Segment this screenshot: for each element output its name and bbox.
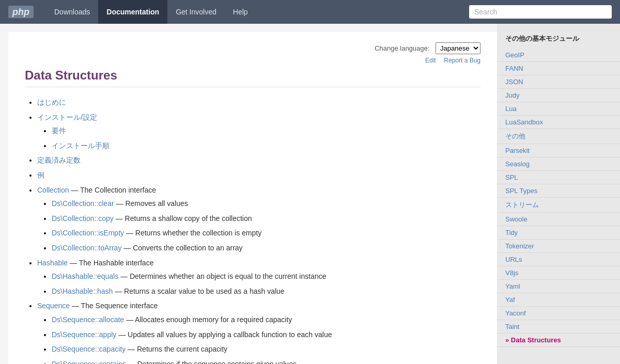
item-desc: — Returns the current capacity [126,345,227,353]
list-item: Sequence — The Sequence interface Ds\Seq… [37,299,481,364]
sub-list: Ds\Sequence::allocate — Allocates enough… [37,313,481,364]
content-area: Change language: Japanese Edit Report a … [0,24,497,364]
sidebar-item-stream[interactable]: ストリーム [497,198,620,213]
main-layout: Change language: Japanese Edit Report a … [0,24,620,364]
sidebar-item-yaml[interactable]: Yaml [497,280,620,293]
item-desc: — Returns a scalar value to be used as a… [113,287,284,295]
list-item: Ds\Collection::clear — Removes all value… [52,197,481,211]
list-item: Ds\Collection::copy — Returns a shallow … [52,212,481,226]
item-link[interactable]: Ds\Sequence::capacity [52,345,126,353]
list-item: Hashable — The Hashable interface Ds\Has… [37,256,481,298]
nav-documentation[interactable]: Documentation [98,0,167,24]
sidebar-item-geoip[interactable]: GeoIP [497,49,620,62]
sequence-link[interactable]: Sequence [37,302,70,310]
item-link[interactable]: 要件 [52,126,66,135]
collection-link[interactable]: Collection [37,186,69,194]
list-item: Ds\Sequence::apply — Updates all values … [52,328,481,342]
sequence-desc: — The Sequence interface [70,302,158,310]
sidebar-item-spl[interactable]: SPL [497,171,620,184]
list-item: はじめに [37,96,481,109]
sidebar-item-tokenizer[interactable]: Tokenizer [497,240,620,253]
list-item: インストール手順 [52,139,481,153]
search-input[interactable] [469,5,612,19]
search-box [469,5,612,19]
item-link[interactable]: Ds\Collection::isEmpty [52,229,124,237]
hashable-desc: — The Hashable interface [68,259,153,267]
item-link[interactable]: Ds\Sequence::apply [52,330,116,339]
list-item: Ds\Sequence::capacity — Returns the curr… [52,342,481,356]
logo-text: php [8,6,34,18]
list-item: Ds\Hashable::hash — Returns a scalar val… [52,284,481,298]
list-item: 定義済み定数 [37,153,481,167]
sidebar-item-judy[interactable]: Judy [497,89,620,102]
nav-get-involved[interactable]: Get Involved [167,0,225,24]
sidebar-item-seaslog[interactable]: Seaslog [497,157,620,171]
lang-select[interactable]: Japanese [436,42,481,54]
list-item: インストール/設定 要件 インストール手順 [37,110,481,153]
main-nav: Downloads Documentation Get Involved Hel… [46,0,469,24]
sidebar-item-yaconf[interactable]: Yaconf [497,307,620,320]
content-list: はじめに インストール/設定 要件 インストール手順 [25,96,481,364]
title-divider [25,87,481,87]
sub-list: Ds\Hashable::equals — Determines whether… [37,270,481,298]
content-inner: Change language: Japanese Edit Report a … [8,32,497,364]
nav-downloads[interactable]: Downloads [46,0,98,24]
sidebar-item-taint[interactable]: Taint [497,320,620,334]
sidebar-item-urls[interactable]: URLs [497,253,620,266]
item-desc: — Updates all values by applying a callb… [116,330,332,339]
item-desc: — Allocates enough memory for a required… [124,315,292,324]
page-title: Data Structures [25,68,481,83]
item-desc: — Returns whether the collection is empt… [124,229,261,237]
collection-desc: — The Collection interface [69,186,156,194]
sub-list: 要件 インストール手順 [37,124,481,152]
sidebar-item-fann[interactable]: FANN [497,62,620,75]
item-link[interactable]: 例 [37,171,44,179]
item-desc: — Removes all values [114,199,188,208]
sidebar-item-v8js[interactable]: V8js [497,266,620,280]
item-link[interactable]: Ds\Hashable::equals [52,272,118,280]
sidebar-title: その他の基本モジュール [497,30,620,49]
sidebar-item-tidy[interactable]: Tidy [497,226,620,240]
list-item: Ds\Hashable::equals — Determines whether… [52,270,481,283]
item-desc: — Determines whether an object is equal … [118,272,326,280]
sidebar-item-swoole[interactable]: Swoole [497,213,620,226]
item-link[interactable]: Ds\Hashable::hash [52,287,113,295]
edit-links: Edit Report a Bug [25,56,481,64]
edit-link[interactable]: Edit [425,57,436,64]
item-link[interactable]: 定義済み定数 [37,156,81,164]
sidebar-item-spltypes[interactable]: SPL Types [497,184,620,198]
header: php Downloads Documentation Get Involved… [0,0,620,24]
sidebar-item-sonota[interactable]: その他 [497,129,620,144]
item-link[interactable]: Ds\Collection::toArray [52,244,121,252]
list-item: Ds\Collection::isEmpty — Returns whether… [52,226,481,240]
list-item: Collection — The Collection interface Ds… [37,183,481,255]
sub-list: Ds\Collection::clear — Removes all value… [37,197,481,255]
item-desc: — Converts the collection to an array [121,244,242,252]
list-item: Ds\Collection::toArray — Converts the co… [52,241,481,255]
item-desc: — Returns a shallow copy of the collecti… [114,214,252,223]
item-link[interactable]: Ds\Collection::clear [52,199,114,208]
report-bug-link[interactable]: Report a Bug [444,57,481,64]
list-item: Ds\Sequence::contains — Determines if th… [52,357,481,364]
item-link[interactable]: はじめに [37,98,66,106]
sidebar-item-json[interactable]: JSON [497,75,620,89]
list-item: 要件 [52,124,481,138]
sidebar-item-data-structures[interactable]: Data Structures [497,334,620,347]
hashable-link[interactable]: Hashable [37,259,68,267]
lang-label: Change language: [375,44,429,52]
item-link[interactable]: インストール手順 [52,141,110,150]
php-logo: php [8,7,34,18]
sidebar: その他の基本モジュール GeoIP FANN JSON Judy Lua Lua… [497,24,620,364]
item-link[interactable]: インストール/設定 [37,113,97,121]
list-item: 例 [37,168,481,182]
sidebar-item-parsekit[interactable]: Parsekit [497,144,620,157]
item-desc: — Determines if the sequence contains gi… [126,360,297,364]
sidebar-item-luasandbox[interactable]: LuaSandbox [497,116,620,129]
sidebar-item-lua[interactable]: Lua [497,102,620,116]
item-link[interactable]: Ds\Sequence::allocate [52,315,124,324]
item-link[interactable]: Ds\Sequence::contains [52,360,126,364]
list-item: Ds\Sequence::allocate — Allocates enough… [52,313,481,327]
nav-help[interactable]: Help [225,0,256,24]
item-link[interactable]: Ds\Collection::copy [52,214,114,223]
sidebar-item-yaf[interactable]: Yaf [497,293,620,307]
